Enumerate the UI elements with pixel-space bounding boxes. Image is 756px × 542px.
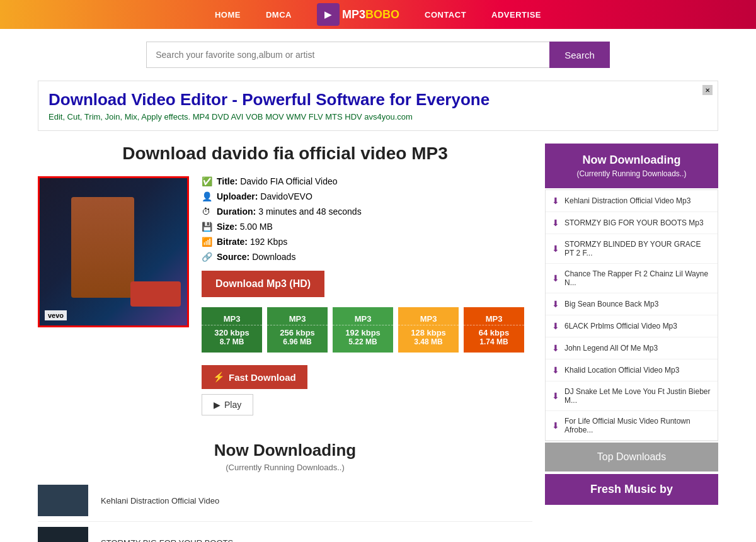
sidebar-dl-label-0: Kehlani Distraction Official Video Mp3 [564, 196, 690, 205]
search-bar: Search [0, 29, 756, 74]
meta-bitrate-row: 📶 Bitrate: 192 Kbps [202, 237, 532, 247]
bitrate-icon: 📶 [202, 237, 213, 247]
now-downloading-title: Now Downloading [38, 441, 532, 460]
sidebar-dl-item-4[interactable]: ⬇ Big Sean Bounce Back Mp3 [546, 293, 718, 315]
q-320-kbps: 320 kbps [202, 325, 262, 337]
nav-home[interactable]: HOME [215, 10, 241, 20]
dl-row-0: Kehlani Distraction Official Video [38, 480, 532, 522]
sidebar-dl-label-4: Big Sean Bounce Back Mp3 [564, 300, 658, 308]
q-64-label: MP3 [486, 314, 503, 324]
dl-thumb-0 [38, 485, 88, 516]
q-256-size: 6.96 MB [283, 337, 311, 346]
song-info-block: vevo ✅ Title: Davido FIA Official Video … [38, 176, 532, 428]
dl-row-1: STORMZY BIG FOR YOUR BOOTS [38, 522, 532, 542]
quality-128-button[interactable]: MP3 128 kbps 3.48 MB [398, 307, 459, 353]
content-area: Download davido fia official video MP3 v… [38, 144, 532, 542]
dl-arrow-5: ⬇ [552, 321, 559, 331]
size-icon: 💾 [202, 222, 213, 232]
sidebar-dl-item-3[interactable]: ⬇ Chance The Rapper Ft 2 Chainz Lil Wayn… [546, 264, 718, 293]
sidebar-dl-item-5[interactable]: ⬇ 6LACK Prblms Official Video Mp3 [546, 315, 718, 337]
title-value: Davido FIA Official Video [240, 176, 337, 186]
q-128-label: MP3 [420, 314, 437, 324]
title-icon: ✅ [202, 176, 213, 186]
title-label: Title: [217, 176, 238, 186]
sidebar-dl-item-8[interactable]: ⬇ DJ Snake Let Me Love You Ft Justin Bie… [546, 381, 718, 411]
q-256-label: MP3 [289, 314, 306, 324]
q-320-size: 8.7 MB [220, 337, 244, 346]
q-256-kbps: 256 kbps [267, 325, 328, 337]
sidebar-dl-label-5: 6LACK Prblms Official Video Mp3 [564, 322, 677, 330]
play-button[interactable]: ▶ Play [202, 394, 253, 415]
uploader-icon: 👤 [202, 191, 213, 201]
duration-label: Duration: [217, 206, 256, 217]
uploader-value: DavidoVEVO [260, 191, 312, 201]
dl-arrow-0: ⬇ [552, 196, 559, 206]
q-192-label: MP3 [355, 314, 372, 324]
page-title: Download davido fia official video MP3 [38, 144, 532, 164]
meta-source-row: 🔗 Source: Downloads [202, 252, 532, 262]
q-64-kbps: 64 kbps [464, 325, 524, 337]
logo-text: MP3BOBO [342, 8, 399, 21]
dl-arrow-9: ⬇ [552, 421, 559, 431]
sidebar-dl-item-0[interactable]: ⬇ Kehlani Distraction Official Video Mp3 [546, 190, 718, 212]
q-64-size: 1.74 MB [479, 337, 508, 346]
q-128-size: 3.48 MB [414, 337, 442, 346]
song-meta: ✅ Title: Davido FIA Official Video 👤 Upl… [202, 176, 532, 262]
sidebar-dl-label-8: DJ Snake Let Me Love You Ft Justin Biebe… [564, 387, 711, 405]
quality-256-button[interactable]: MP3 256 kbps 6.96 MB [267, 307, 328, 353]
source-icon: 🔗 [202, 252, 213, 262]
sidebar-dl-label-3: Chance The Rapper Ft 2 Chainz Lil Wayne … [564, 269, 711, 287]
top-downloads-button[interactable]: Top Downloads [545, 443, 718, 471]
source-value: Downloads [252, 252, 295, 262]
nav-contact[interactable]: CONTACT [425, 10, 466, 20]
nav-advertise[interactable]: ADVERTISE [491, 10, 541, 20]
sidebar-download-list: ⬇ Kehlani Distraction Official Video Mp3… [545, 189, 718, 441]
dl-thumb-1 [38, 527, 88, 542]
sidebar-dl-item-9[interactable]: ⬇ For Life Official Music Video Runtown … [546, 411, 718, 441]
dl-arrow-4: ⬇ [552, 299, 559, 309]
ad-close-button[interactable]: ✕ [702, 85, 713, 95]
vevo-badge: vevo [45, 310, 67, 320]
search-button[interactable]: Search [549, 42, 610, 68]
song-thumbnail: vevo [38, 176, 189, 327]
logo-icon: ▶ [317, 3, 340, 26]
q-192-kbps: 192 kbps [333, 325, 393, 337]
source-label: Source: [217, 252, 249, 262]
sidebar-now-dl-subtitle: (Currently Running Downloads..) [555, 169, 708, 178]
size-value: 5.00 MB [240, 222, 273, 232]
dl-arrow-2: ⬇ [552, 244, 559, 254]
quality-192-button[interactable]: MP3 192 kbps 5.22 MB [333, 307, 393, 353]
q-192-size: 5.22 MB [348, 337, 377, 346]
quality-320-button[interactable]: MP3 320 kbps 8.7 MB [202, 307, 262, 353]
fast-download-button[interactable]: ⚡ Fast Download [202, 365, 307, 389]
fast-download-icon: ⚡ [213, 371, 225, 383]
sidebar-dl-item-6[interactable]: ⬇ John Legend All Of Me Mp3 [546, 337, 718, 359]
play-label: Play [224, 400, 241, 410]
dl-title-0: Kehlani Distraction Official Video [101, 496, 219, 505]
size-label: Size: [217, 222, 238, 232]
fresh-music-header: Fresh Music by [545, 474, 718, 505]
q-320-label: MP3 [224, 314, 241, 324]
uploader-label: Uploader: [217, 191, 258, 201]
ad-banner: Download Video Editor - Powerful Softwar… [38, 81, 718, 131]
dl-arrow-7: ⬇ [552, 365, 559, 375]
sidebar-dl-item-1[interactable]: ⬇ STORMZY BIG FOR YOUR BOOTS Mp3 [546, 212, 718, 234]
sidebar-dl-item-2[interactable]: ⬇ STORMZY BLINDED BY YOUR GRACE PT 2 F..… [546, 234, 718, 264]
search-input[interactable] [146, 42, 549, 68]
logo[interactable]: ▶ MP3BOBO [317, 3, 399, 26]
now-downloading-subtitle: (Currently Running Downloads..) [38, 463, 532, 472]
sidebar-dl-label-2: STORMZY BLINDED BY YOUR GRACE PT 2 F... [564, 240, 711, 257]
sidebar-now-dl-title: Now Downloading [555, 154, 708, 167]
ad-subtitle: Edit, Cut, Trim, Join, Mix, Apply effect… [49, 112, 707, 121]
dl-arrow-8: ⬇ [552, 391, 559, 401]
download-hd-button[interactable]: Download Mp3 (HD) [202, 271, 324, 297]
nav-dmca[interactable]: DMCA [266, 10, 292, 20]
dl-arrow-1: ⬇ [552, 218, 559, 228]
meta-title-row: ✅ Title: Davido FIA Official Video [202, 176, 532, 186]
meta-duration-row: ⏱ Duration: 3 minutes and 48 seconds [202, 206, 532, 217]
sidebar: Now Downloading (Currently Running Downl… [545, 144, 718, 542]
main-container: Download davido fia official video MP3 v… [0, 137, 756, 542]
quality-64-button[interactable]: MP3 64 kbps 1.74 MB [464, 307, 524, 353]
sidebar-dl-item-7[interactable]: ⬇ Khalid Location Official Video Mp3 [546, 359, 718, 381]
dl-arrow-6: ⬇ [552, 343, 559, 353]
